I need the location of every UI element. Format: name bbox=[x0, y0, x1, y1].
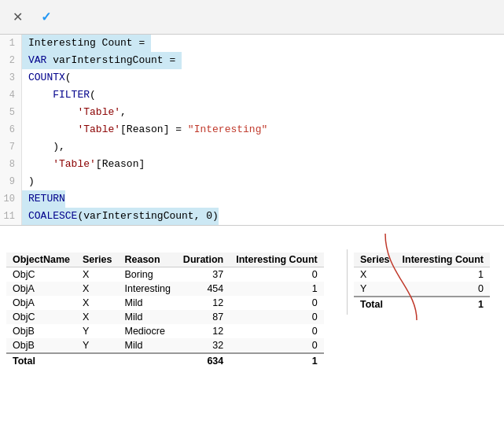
line-text[interactable]: Interesting Count = bbox=[22, 35, 151, 52]
table-cell: X bbox=[76, 296, 119, 310]
code-line: 4 FILTER( bbox=[0, 87, 504, 104]
table-cell: ObjB bbox=[6, 324, 76, 338]
line-number: 2 bbox=[0, 52, 22, 69]
line-text[interactable]: 'Table'[Reason] bbox=[22, 156, 145, 173]
table-row: ObjCXMild870 bbox=[6, 310, 324, 324]
total-cell bbox=[76, 353, 119, 368]
table-cell: 0 bbox=[230, 338, 323, 353]
table-cell: Y bbox=[354, 282, 396, 297]
line-text[interactable]: ), bbox=[22, 138, 65, 156]
table-cell: ObjA bbox=[6, 296, 76, 310]
code-line: 10RETURN bbox=[0, 190, 504, 208]
table-cell: X bbox=[354, 267, 396, 282]
code-editor[interactable]: 1Interesting Count = 2VAR varInterstingC… bbox=[0, 35, 504, 226]
confirm-icon: ✓ bbox=[41, 9, 51, 24]
code-line: 6 'Table'[Reason] = "Interesting" bbox=[0, 121, 504, 138]
code-line: 11COALESCE(varInterstingCount, 0) bbox=[0, 208, 504, 225]
table-cell: ObjC bbox=[6, 310, 76, 324]
table-row: ObjCXBoring370 bbox=[6, 267, 324, 282]
table-cell: Y bbox=[76, 324, 119, 338]
table-cell: 454 bbox=[177, 282, 230, 296]
line-number: 10 bbox=[0, 190, 22, 208]
line-number: 1 bbox=[0, 35, 22, 52]
table-cell: 12 bbox=[177, 324, 230, 338]
confirm-button[interactable]: ✓ bbox=[35, 6, 57, 28]
cancel-icon: ✕ bbox=[13, 9, 23, 24]
table-cell: X bbox=[76, 310, 119, 324]
line-text[interactable]: 'Table', bbox=[22, 104, 127, 121]
line-text[interactable]: COALESCE(varInterstingCount, 0) bbox=[22, 208, 219, 225]
table-cell: Mild bbox=[118, 296, 176, 310]
left-table: ObjectNameSeriesReasonDurationInterestin… bbox=[6, 253, 324, 368]
left-table-header: Duration bbox=[177, 253, 230, 267]
line-number: 3 bbox=[0, 69, 22, 87]
table-cell: 0 bbox=[230, 310, 323, 324]
line-text[interactable]: RETURN bbox=[22, 190, 65, 208]
left-table-header: Reason bbox=[118, 253, 176, 267]
table-cell: Interesting bbox=[118, 282, 176, 296]
table-row: Y0 bbox=[354, 282, 490, 297]
total-cell: Total bbox=[354, 297, 396, 312]
table-cell: 1 bbox=[230, 282, 323, 296]
table-cell: Mild bbox=[118, 338, 176, 353]
line-text[interactable]: ) bbox=[22, 173, 35, 190]
table-cell: 12 bbox=[177, 296, 230, 310]
left-table-header: Interesting Count bbox=[230, 253, 323, 267]
table-row: ObjAXMild120 bbox=[6, 296, 324, 310]
table-cell: 0 bbox=[396, 282, 490, 297]
line-number: 7 bbox=[0, 138, 22, 156]
table-cell: 0 bbox=[230, 296, 323, 310]
toolbar: ✕ ✓ bbox=[0, 0, 504, 35]
table-cell: ObjC bbox=[6, 267, 76, 282]
table-cell: 0 bbox=[230, 267, 323, 282]
table-cell: Y bbox=[76, 338, 119, 353]
total-row: Total1 bbox=[354, 297, 490, 312]
table-cell: 1 bbox=[396, 267, 490, 282]
left-table-wrap: ObjectNameSeriesReasonDurationInterestin… bbox=[0, 249, 347, 371]
code-line: 7 ), bbox=[0, 138, 504, 156]
right-table-wrap: SeriesInteresting CountX1Y0Total1 bbox=[347, 249, 504, 315]
line-number: 9 bbox=[0, 173, 22, 190]
table-cell: Boring bbox=[118, 267, 176, 282]
table-cell: ObjB bbox=[6, 338, 76, 353]
cancel-button[interactable]: ✕ bbox=[6, 6, 28, 28]
line-text[interactable]: COUNTX( bbox=[22, 69, 72, 87]
line-number: 4 bbox=[0, 87, 22, 104]
table-cell: Mediocre bbox=[118, 324, 176, 338]
code-line: 3COUNTX( bbox=[0, 69, 504, 87]
line-number: 5 bbox=[0, 104, 22, 121]
line-number: 11 bbox=[0, 208, 22, 225]
line-text[interactable]: VAR varInterstingCount = bbox=[22, 52, 182, 69]
total-row: Total6341 bbox=[6, 353, 324, 368]
total-cell: 1 bbox=[230, 353, 323, 368]
table-cell: 0 bbox=[230, 324, 323, 338]
total-cell: Total bbox=[6, 353, 76, 368]
code-line: 2VAR varInterstingCount = bbox=[0, 52, 504, 69]
line-number: 6 bbox=[0, 121, 22, 138]
table-cell: Mild bbox=[118, 310, 176, 324]
total-cell bbox=[118, 353, 176, 368]
total-cell: 634 bbox=[177, 353, 230, 368]
code-line: 8 'Table'[Reason] bbox=[0, 156, 504, 173]
table-cell: 32 bbox=[177, 338, 230, 353]
code-line: 1Interesting Count = bbox=[0, 35, 504, 52]
table-cell: ObjA bbox=[6, 282, 76, 296]
table-cell: 87 bbox=[177, 310, 230, 324]
code-line: 9) bbox=[0, 173, 504, 190]
line-text[interactable]: 'Table'[Reason] = "Interesting" bbox=[22, 121, 267, 138]
table-row: ObjBYMild320 bbox=[6, 338, 324, 353]
line-text[interactable]: FILTER( bbox=[22, 87, 96, 104]
right-table-header: Interesting Count bbox=[396, 253, 490, 267]
table-cell: X bbox=[76, 282, 119, 296]
line-number: 8 bbox=[0, 156, 22, 173]
table-row: ObjAXInteresting4541 bbox=[6, 282, 324, 296]
total-cell: 1 bbox=[396, 297, 490, 312]
table-row: X1 bbox=[354, 267, 490, 282]
left-table-header: ObjectName bbox=[6, 253, 76, 267]
table-row: ObjBYMediocre120 bbox=[6, 324, 324, 338]
right-table: SeriesInteresting CountX1Y0Total1 bbox=[354, 253, 490, 312]
left-table-header: Series bbox=[76, 253, 119, 267]
table-cell: 37 bbox=[177, 267, 230, 282]
right-table-header: Series bbox=[354, 253, 396, 267]
table-cell: X bbox=[76, 267, 119, 282]
